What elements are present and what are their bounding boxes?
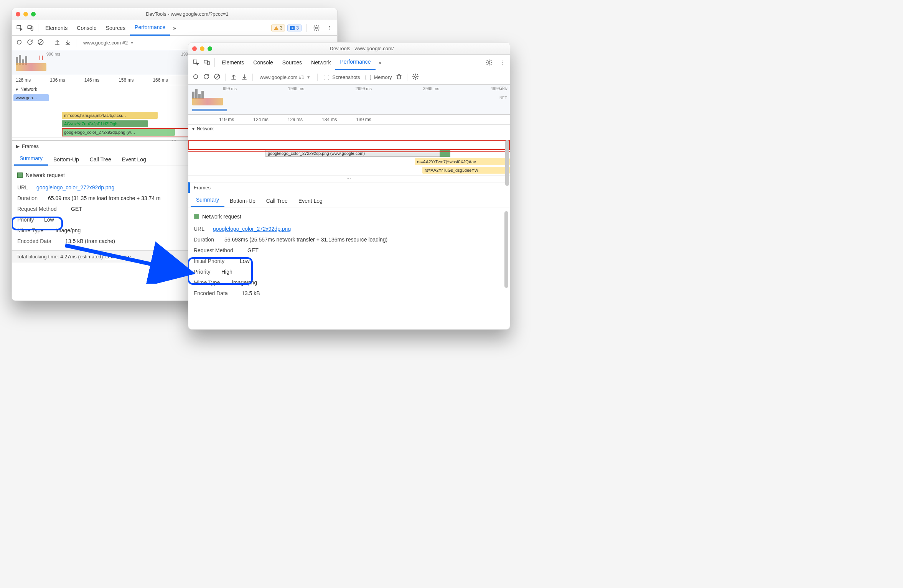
upload-icon[interactable] [230,73,237,81]
minimize-icon[interactable] [23,12,28,16]
priority-label: Priority [194,266,218,277]
record-icon[interactable] [192,73,199,81]
url-link[interactable]: googlelogo_color_272x92dp.png [36,182,114,193]
warnings-badge[interactable]: 3 [271,25,285,31]
memory-checkbox[interactable]: Memory [364,74,392,81]
kebab-icon[interactable]: ⋮ [324,23,335,33]
more-tabs-icon[interactable]: » [376,59,385,66]
net-request-bar[interactable]: rs=AA2YrTvm7jYwbsf0XJQAav [415,158,510,165]
inspect-icon[interactable] [191,57,201,68]
subtab-event-log[interactable]: Event Log [117,153,152,166]
recording-select[interactable]: www.google.com #1▼ [257,74,313,80]
capture-settings-icon[interactable] [412,73,419,81]
kebab-icon[interactable]: ⋮ [497,57,508,68]
ruler-tick: 119 ms [219,117,234,122]
panel-heading: Network request [202,211,241,222]
ruler-tick: 166 ms [153,77,168,83]
tab-performance[interactable]: Performance [130,20,170,36]
scrollbar[interactable] [504,211,508,288]
inspect-icon[interactable] [14,23,25,33]
screenshots-checkbox[interactable]: Screenshots [322,74,360,81]
ruler-tick: 124 ms [253,117,268,122]
net-request-bar[interactable]: googlelogo_color_272x92dp.png (w… [62,129,175,136]
initial-priority-label: Initial Priority [194,256,236,266]
traffic-lights [192,46,212,51]
net-request-bar[interactable]: m=cdos,hsm,jsa,mb4ZUb,d,csi… [62,112,158,119]
subtab-event-log[interactable]: Event Log [293,195,328,207]
duration-label: Duration [17,193,44,204]
net-request-bar[interactable]: rs=AA2YrTuGs_dsg3deeYW [422,167,510,174]
main-tabbar: Elements Console Sources Performance » 3… [12,20,337,36]
panel-heading: Network request [26,170,65,181]
trash-icon[interactable] [395,73,402,81]
duration-value: 56.693ms (25.557ms network transfer + 31… [224,234,387,245]
url-link[interactable]: googlelogo_color_272x92dp.png [213,223,291,234]
svg-point-9 [488,61,490,63]
encoded-label: Encoded Data [194,288,238,299]
settings-icon[interactable] [484,57,494,68]
zoom-icon[interactable] [208,46,212,51]
track-resize-handle[interactable]: ⋯ [188,175,510,183]
upload-icon[interactable] [54,39,61,47]
learn-more-link[interactable]: Learn more [105,254,130,260]
scrollbar[interactable] [505,140,509,186]
priority-value: Low [44,214,54,225]
tab-elements[interactable]: Elements [41,20,72,36]
request-color-swatch [194,214,199,219]
summary-panel: Network request URLgooglelogo_color_272x… [188,207,510,302]
close-icon[interactable] [16,12,20,16]
tab-console[interactable]: Console [72,20,101,36]
window-title: DevTools - www.google.com/?pccc=1 [41,11,333,17]
tab-network[interactable]: Network [306,55,335,70]
frames-track-header[interactable]: Frames [188,182,510,193]
reload-icon[interactable] [26,39,33,47]
subtab-bottom-up[interactable]: Bottom-Up [48,153,84,166]
device-toggle-icon[interactable] [201,57,212,68]
subtab-call-tree[interactable]: Call Tree [261,195,293,207]
download-icon[interactable] [241,73,248,81]
tab-elements[interactable]: Elements [217,55,249,70]
encoded-label: Encoded Data [17,236,61,246]
method-label: Request Method [17,204,67,214]
recording-select[interactable]: www.google.com #2▼ [81,40,136,46]
clear-icon[interactable] [214,73,221,81]
ruler-tick: 146 ms [84,77,99,83]
net-request-bar[interactable]: www.goo… [13,94,49,101]
timeline-overview[interactable]: 999 ms 1999 ms 2999 ms 3999 ms 4999 ms C… [188,85,510,115]
method-value: GET [71,204,82,214]
download-icon[interactable] [64,39,71,47]
time-ruler[interactable]: 119 ms 124 ms 129 ms 134 ms 139 ms [188,115,510,125]
titlebar: DevTools - www.google.com/ [188,43,510,55]
priority-label: Priority [17,214,40,225]
minimize-icon[interactable] [200,46,204,51]
tab-sources[interactable]: Sources [101,20,130,36]
device-toggle-icon[interactable] [25,23,36,33]
initial-priority-value: Low [240,256,250,266]
ruler-tick: 134 ms [322,117,337,122]
zoom-icon[interactable] [31,12,36,16]
network-track-header[interactable]: ▼Network [188,125,510,133]
subtab-summary[interactable]: Summary [14,152,48,166]
more-tabs-icon[interactable]: » [170,25,179,31]
record-icon[interactable] [16,39,23,47]
tab-performance[interactable]: Performance [335,55,375,70]
tab-sources[interactable]: Sources [278,55,306,70]
svg-point-3 [316,27,318,29]
net-request-bar[interactable]: googlelogo_color_272x92dp.png (www.googl… [265,150,442,157]
method-value: GET [247,245,259,256]
ruler-tick: 139 ms [356,117,371,122]
info-badge[interactable]: ≡3 [287,25,302,31]
svg-point-4 [17,40,21,44]
net-request-bar[interactable]: AGvuzYaZuuCrJpF1idZiOgh… [62,120,148,127]
close-icon[interactable] [192,46,197,51]
subtab-summary[interactable]: Summary [191,194,224,207]
subtab-bottom-up[interactable]: Bottom-Up [224,195,261,207]
reload-icon[interactable] [203,73,210,81]
ruler-tick: 156 ms [119,77,133,83]
svg-point-12 [415,76,417,78]
settings-icon[interactable] [311,23,322,33]
clear-icon[interactable] [37,39,44,47]
subtab-call-tree[interactable]: Call Tree [84,153,117,166]
cpu-label: CPU [499,86,508,90]
tab-console[interactable]: Console [249,55,277,70]
